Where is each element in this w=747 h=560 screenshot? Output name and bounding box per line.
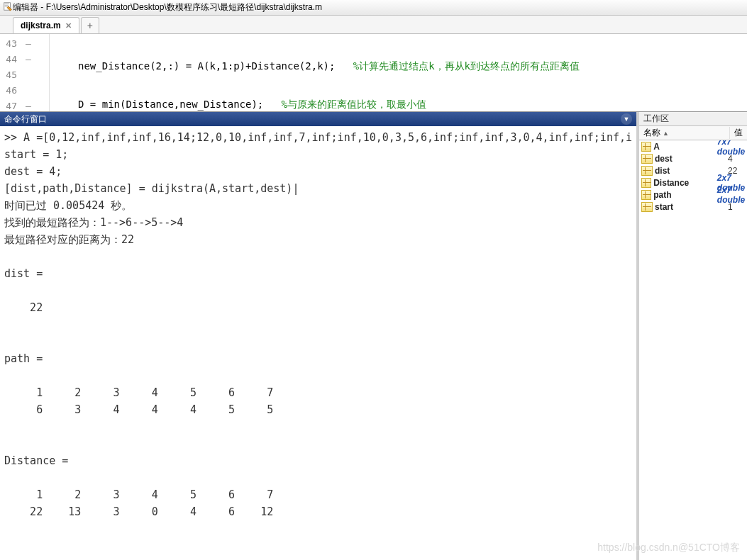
variable-icon <box>641 142 651 152</box>
workspace-title: 工作区 <box>643 113 669 125</box>
tabs-bar: dijkstra.m ✕ + <box>0 16 747 34</box>
variable-icon <box>641 154 653 164</box>
variable-icon <box>641 190 651 200</box>
editor-icon <box>3 1 13 13</box>
workspace-column-headers: 名称▲ 值 <box>639 126 747 140</box>
title-bar: 编辑器 - F:\Users\Administrator\Desktop\数模程… <box>0 0 747 16</box>
variable-name: start <box>655 202 728 212</box>
workspace-row[interactable]: A7x7 double <box>639 140 747 152</box>
variable-icon <box>641 178 651 188</box>
close-icon[interactable]: ✕ <box>65 21 72 30</box>
editor-area[interactable]: 43— 44— 45 46 47— new_Distance(2,:) = A(… <box>0 34 747 112</box>
line-number: 47 <box>0 101 21 111</box>
title-bar-text: 编辑器 - F:\Users\Administrator\Desktop\数模程… <box>13 1 322 13</box>
tab-add-button[interactable]: + <box>81 17 99 33</box>
main-panels: 命令行窗口 ▼ >> A =[0,12,inf,inf,inf,16,14;12… <box>0 112 747 560</box>
code-content[interactable]: new_Distance(2,:) = A(k,1:p)+Distance(2,… <box>50 34 580 111</box>
variable-value: 1 <box>728 202 733 212</box>
editor-gutter: 43— 44— 45 46 47— <box>0 34 50 111</box>
sort-arrow-icon: ▲ <box>663 130 669 137</box>
tab-dijkstra[interactable]: dijkstra.m ✕ <box>13 17 79 33</box>
workspace-header[interactable]: 工作区 <box>639 112 747 126</box>
workspace-body: A7x7 doubledest4dist22Distance2x7 double… <box>639 140 747 560</box>
workspace-row[interactable]: path2x7 double <box>639 189 747 201</box>
workspace-panel: 工作区 名称▲ 值 A7x7 doubledest4dist22Distance… <box>639 112 747 560</box>
watermark: https://blog.csdn.n@51CTO博客 <box>597 542 740 554</box>
command-window-header[interactable]: 命令行窗口 ▼ <box>0 112 636 126</box>
command-window-title: 命令行窗口 <box>4 113 47 125</box>
command-window-panel: 命令行窗口 ▼ >> A =[0,12,inf,inf,inf,16,14;12… <box>0 112 639 560</box>
tab-label: dijkstra.m <box>21 21 61 30</box>
variable-name: dest <box>655 154 728 164</box>
variable-value: 4 <box>728 154 733 164</box>
line-number: 45 <box>0 69 21 80</box>
dropdown-icon[interactable]: ▼ <box>621 113 632 125</box>
line-number: 43 <box>0 38 21 49</box>
line-number: 44 <box>0 54 21 65</box>
command-window-body[interactable]: >> A =[0,12,inf,inf,inf,16,14;12,0,10,in… <box>0 126 636 560</box>
variable-name: Distance <box>653 178 717 188</box>
line-number: 46 <box>0 85 21 96</box>
variable-icon <box>641 166 653 176</box>
variable-icon <box>641 202 653 212</box>
variable-name: A <box>653 142 717 152</box>
workspace-row[interactable]: dest4 <box>639 152 747 164</box>
workspace-col-value[interactable]: 值 <box>730 127 743 139</box>
variable-name: path <box>653 190 717 200</box>
workspace-row[interactable]: start1 <box>639 201 747 213</box>
workspace-col-name[interactable]: 名称▲ <box>639 127 730 139</box>
